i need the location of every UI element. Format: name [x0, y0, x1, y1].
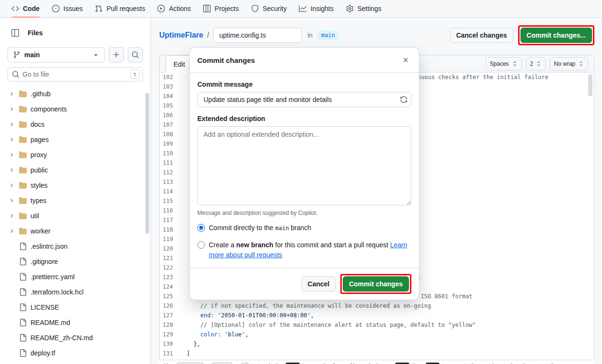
code-icon — [11, 5, 19, 12]
repo-link[interactable]: UptimeFlare — [159, 31, 203, 40]
tree-folder-pages[interactable]: pages — [0, 132, 151, 147]
branch-badge: main — [317, 30, 339, 40]
x-icon — [402, 56, 409, 64]
folder-icon — [19, 197, 27, 204]
line-number: 116 — [160, 206, 180, 215]
commit-changes-modal-button[interactable]: Commit changes — [343, 276, 409, 292]
code-line-131[interactable]: 131 ] — [160, 349, 594, 358]
close-button[interactable] — [400, 54, 411, 66]
tree-folder-worker[interactable]: worker — [0, 223, 151, 239]
radio-commit-direct[interactable]: Commit directly to the main branch — [197, 223, 411, 233]
search-icon — [12, 71, 20, 78]
select-value: No wrap — [554, 61, 575, 67]
radio-create-branch-label: Create a new branch for this commit and … — [209, 240, 411, 260]
sidebar-scrollbar[interactable] — [145, 93, 149, 234]
code-text: color: 'blue', — [180, 330, 249, 339]
nav-tab-issues[interactable]: Issues — [47, 0, 87, 17]
tree-folder-types[interactable]: types — [0, 193, 151, 208]
code-line-128[interactable]: 128 // [Optional] color of the maintenan… — [160, 320, 594, 330]
sidebar-panel-toggle-button[interactable] — [8, 25, 23, 40]
line-number: 105 — [160, 101, 180, 111]
tree-file-LICENSE[interactable]: LICENSE — [0, 300, 151, 315]
commit-message-input[interactable] — [197, 92, 411, 107]
nav-tab-actions[interactable]: Actions — [153, 0, 195, 17]
annotation-rect-header: Commit changes... — [518, 25, 594, 45]
nav-tab-projects[interactable]: Projects — [198, 0, 244, 17]
add-file-button[interactable] — [109, 47, 124, 62]
tree-item-label: .gitignore — [31, 258, 58, 265]
tree-item-label: .eslintrc.json — [31, 243, 68, 250]
tree-file-.eslintrc.json[interactable]: .eslintrc.json — [0, 239, 151, 254]
nav-tab-security[interactable]: Security — [246, 0, 292, 17]
editor-select-wrap-mode[interactable]: No wrap — [550, 57, 588, 71]
tree-folder-proxy[interactable]: proxy — [0, 147, 151, 162]
tree-folder-public[interactable]: public — [0, 162, 151, 178]
tree-item-label: .prettierrc.yaml — [31, 273, 75, 281]
radio-create-branch-input[interactable] — [197, 241, 205, 249]
code-line-126[interactable]: 126 // if not specified, the maintenance… — [160, 301, 594, 311]
line-number: 130 — [160, 339, 180, 349]
tree-folder-components[interactable]: components — [0, 101, 151, 117]
tree-file-README.md[interactable]: README.md — [0, 315, 151, 330]
nav-tab-label: Insights — [310, 5, 333, 12]
radio-commit-direct-input[interactable] — [197, 224, 205, 232]
code-line-127[interactable]: 127 end: '2050-01-01T00:00:00+08:00', — [160, 311, 594, 320]
extended-description-textarea[interactable] — [197, 126, 411, 205]
line-number: 111 — [160, 158, 180, 168]
code-text: end: '2050-01-01T00:00:00+08:00', — [180, 311, 314, 320]
tree-file-README_zh-CN.md[interactable]: README_zh-CN.md — [0, 330, 151, 345]
radio-create-branch[interactable]: Create a new branch for this commit and … — [197, 240, 411, 260]
file-icon — [19, 303, 27, 311]
tree-file-.prettierrc.yaml[interactable]: .prettierrc.yaml — [0, 269, 151, 284]
tree-folder-styles[interactable]: styles — [0, 178, 151, 193]
code-line-130[interactable]: 130 }, — [160, 339, 594, 349]
file-icon — [19, 273, 27, 281]
cancel-changes-button[interactable]: Cancel changes — [450, 28, 513, 43]
nav-tab-label: Security — [263, 5, 287, 12]
nav-tab-pull-requests[interactable]: Pull requests — [90, 0, 150, 17]
tree-folder-docs[interactable]: docs — [0, 117, 151, 132]
tree-folder-util[interactable]: util — [0, 208, 151, 223]
line-number: 113 — [160, 177, 180, 187]
copilot-regenerate-button[interactable] — [399, 95, 408, 104]
tree-file-.terraform.lock.hcl[interactable]: .terraform.lock.hcl — [0, 284, 151, 300]
tab-edit[interactable]: Edit — [165, 55, 193, 72]
commit-changes-header-button[interactable]: Commit changes... — [520, 28, 592, 43]
breadcrumb-separator: / — [207, 31, 209, 40]
go-to-file-input[interactable] — [8, 67, 143, 81]
nav-tab-code[interactable]: Code — [7, 0, 44, 17]
chevron-right-icon — [8, 106, 15, 112]
folder-icon — [19, 151, 27, 159]
file-tree: .githubcomponentsdocspagesproxypublicsty… — [0, 86, 151, 361]
editor-select-indent-size[interactable]: 2 — [526, 57, 546, 71]
nav-tab-label: Issues — [63, 5, 82, 12]
modal-cancel-button[interactable]: Cancel — [301, 276, 336, 292]
folder-icon — [19, 182, 27, 189]
select-value: Spaces — [490, 61, 509, 67]
folder-icon — [19, 212, 27, 220]
editor-scrollbar[interactable] — [588, 74, 592, 96]
tree-folder-.github[interactable]: .github — [0, 86, 151, 101]
tree-file-.gitignore[interactable]: .gitignore — [0, 254, 151, 269]
tree-item-label: styles — [31, 182, 48, 189]
filename-input[interactable]: uptime.config.ts — [213, 28, 302, 43]
nav-tab-settings[interactable]: Settings — [341, 0, 387, 17]
play-icon — [157, 5, 165, 12]
editor-select-indent-mode[interactable]: Spaces — [486, 57, 522, 71]
panel-icon — [11, 29, 19, 37]
line-number: 121 — [160, 253, 180, 263]
caret-down-icon — [92, 51, 100, 59]
code-text: ] — [180, 349, 190, 358]
code-line-129[interactable]: 129 color: 'blue', — [160, 330, 594, 339]
line-number: 115 — [160, 196, 180, 206]
graph-icon — [299, 5, 306, 12]
tree-file-deploy.tf[interactable]: deploy.tf — [0, 345, 151, 361]
branch-selector[interactable]: main — [8, 47, 105, 62]
select-value: 2 — [530, 61, 533, 67]
nav-tab-insights[interactable]: Insights — [294, 0, 338, 17]
folder-icon — [19, 136, 27, 143]
folder-icon — [19, 227, 27, 235]
sidebar: Files main t .githubcomponentsdocspagesp… — [0, 18, 151, 364]
search-button[interactable] — [128, 47, 143, 62]
file-icon — [19, 258, 27, 265]
